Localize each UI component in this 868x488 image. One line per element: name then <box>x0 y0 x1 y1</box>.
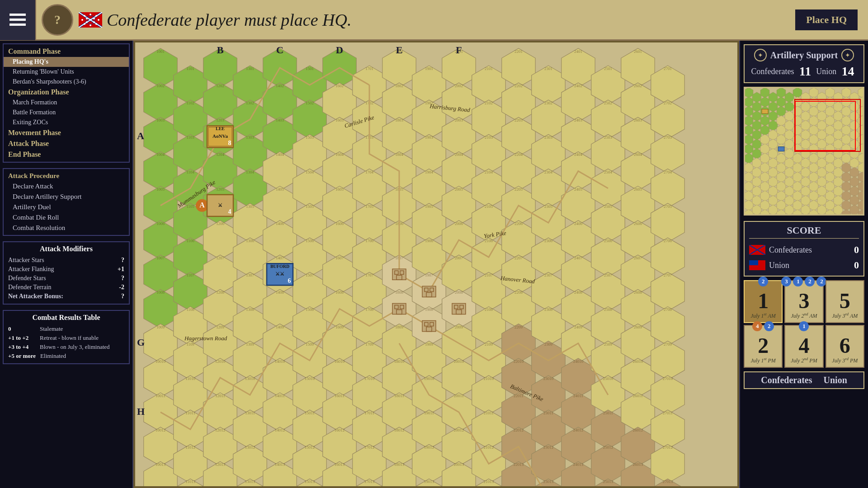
menu-button[interactable] <box>0 0 36 40</box>
turn-2am-label: July 2nd AM <box>789 312 819 319</box>
left-panel: Command Phase Placing HQ's Returning 'Bl… <box>0 41 133 488</box>
turn-circle-2c: 2 <box>764 321 774 331</box>
right-panel: ✦ Artillery Support ✦ Confederates 11 Un… <box>739 41 868 488</box>
map-canvas[interactable] <box>133 41 739 488</box>
svg-point-9 <box>95 23 97 25</box>
cr-blown-val: +3 to +4 <box>8 343 35 351</box>
organization-phase-header[interactable]: Organization Phase <box>4 87 129 98</box>
artillery-duel-item[interactable]: Artillery Duel <box>4 202 129 212</box>
attacker-stars-label: Attacker Stars <box>8 257 44 264</box>
svg-point-7 <box>90 14 91 15</box>
turn-circle-3: 3 <box>781 277 791 286</box>
turn-circle-2a: 2 <box>805 277 815 286</box>
score-panel: SCORE Confederates 0 Union 0 <box>744 221 864 277</box>
union-score-label: Union <box>749 260 854 270</box>
svg-point-13 <box>98 19 99 21</box>
defender-terrain-value: -2 <box>111 284 124 291</box>
place-hq-button[interactable]: Place HQ <box>794 8 859 32</box>
turn-grid: 2 1 July 1st AM 3 1 2 2 3 July 2nd AM 5 <box>744 280 864 368</box>
union-bottom-label: Union <box>824 375 847 385</box>
turn-cell-3am[interactable]: 5 July 3rd AM <box>826 280 864 323</box>
cr-stalemate-label: Stalemate <box>40 325 63 333</box>
command-phase-header[interactable]: Command Phase <box>4 46 129 57</box>
attack-procedure-header: Attack Procedure <box>4 171 129 181</box>
returning-blown-item[interactable]: Returning 'Blown' Units <box>4 67 129 77</box>
defender-terrain-label: Defender Terrain <box>8 284 52 291</box>
placing-hqs-item[interactable]: Placing HQ's <box>4 57 129 67</box>
net-attacker-bonus-value: ? <box>111 293 124 300</box>
defender-stars-value: ? <box>111 275 124 282</box>
defender-stars-row: Defender Stars ? <box>8 274 124 283</box>
compass-left-icon: ✦ <box>754 49 767 61</box>
svg-point-16 <box>86 21 88 23</box>
phase-list: Command Phase Placing HQ's Returning 'Bl… <box>3 43 130 163</box>
turn-cell-3pm[interactable]: 6 July 3rd PM <box>826 325 864 368</box>
attacker-stars-row: Attacker Stars ? <box>8 256 124 265</box>
map-area[interactable] <box>133 41 739 488</box>
mini-map-canvas[interactable] <box>745 88 863 214</box>
cr-blown-label: Blown - on July 3, eliminated <box>40 343 110 351</box>
svg-point-15 <box>93 18 95 19</box>
union-art-value: 14 <box>841 64 854 79</box>
hamburger-icon <box>9 14 26 26</box>
turn-cell-1pm[interactable]: 4 2 2 July 1st PM <box>744 325 783 368</box>
cr-eliminated-val: +5 or more <box>8 352 36 360</box>
confederates-score-label: Confederates <box>749 245 854 255</box>
main-layout: Command Phase Placing HQ's Returning 'Bl… <box>0 41 868 488</box>
turn-circle-2: 2 <box>758 277 768 286</box>
turn-circle-1b: 1 <box>799 321 809 331</box>
attacker-flanking-row: Attacker Flanking +1 <box>8 265 124 274</box>
artillery-header: ✦ Artillery Support ✦ <box>750 49 858 61</box>
artillery-support-panel: ✦ Artillery Support ✦ Confederates 11 Un… <box>744 44 864 83</box>
berdans-item[interactable]: Berdan's Sharpshooters (3-6) <box>4 77 129 87</box>
cr-eliminated-row: +5 or more Eliminated <box>8 352 124 361</box>
net-attacker-bonus-row: Net Attacker Bonus: ? <box>8 292 124 301</box>
march-formation-item[interactable]: March Formation <box>4 98 129 108</box>
combat-resolution-item[interactable]: Combat Resolution <box>4 223 129 233</box>
end-phase-header[interactable]: End Phase <box>4 149 129 160</box>
turn-3am-label: July 3rd AM <box>830 312 860 319</box>
union-score-row: Union 0 <box>749 258 859 273</box>
turn-circle-1a: 1 <box>793 277 803 286</box>
declare-artillery-support-item[interactable]: Declare Artillery Support <box>4 192 129 202</box>
confederates-art-label: Confederates <box>751 67 794 76</box>
net-attacker-bonus-label: Net Attacker Bonus: <box>8 293 63 300</box>
svg-point-8 <box>95 15 97 17</box>
confederates-score-row: Confederates 0 <box>749 242 859 258</box>
confederates-flag-icon <box>749 245 765 255</box>
attack-modifiers-panel: Attack Modifiers Attacker Stars ? Attack… <box>3 241 130 305</box>
defender-stars-label: Defender Stars <box>8 275 46 282</box>
turn-cell-1am[interactable]: 2 1 July 1st AM <box>744 280 783 323</box>
union-score-value: 0 <box>854 259 859 271</box>
svg-point-12 <box>81 19 83 21</box>
movement-phase-header[interactable]: Movement Phase <box>4 127 129 138</box>
turn-2pm-number: 4 <box>789 335 819 357</box>
artillery-title: Artillery Support <box>770 50 838 61</box>
union-art-label: Union <box>816 67 836 76</box>
turn-2pm-label: July 2nd PM <box>789 357 819 364</box>
attack-procedure-list: Attack Procedure Declare Attack Declare … <box>3 168 130 236</box>
attack-phase-header[interactable]: Attack Phase <box>4 138 129 149</box>
help-button[interactable]: ? <box>42 4 73 36</box>
turn-3pm-number: 6 <box>830 335 860 357</box>
declare-attack-item[interactable]: Declare Attack <box>4 181 129 192</box>
combat-die-roll-item[interactable]: Combat Die Roll <box>4 212 129 223</box>
cr-retreat-row: +1 to +2 Retreat - blown if unable <box>8 333 124 343</box>
turn-1pm-label: July 1st PM <box>748 357 778 364</box>
score-title: SCORE <box>749 225 859 239</box>
turn-cell-2am[interactable]: 3 1 2 2 3 July 2nd AM <box>784 280 823 323</box>
turn-3pm-label: July 3rd PM <box>830 357 860 364</box>
confederates-score-value: 0 <box>854 244 859 256</box>
combat-results-panel: Combat Results Table 0 Stalemate +1 to +… <box>3 310 130 364</box>
cr-stalemate-row: 0 Stalemate <box>8 324 124 333</box>
score-bottom-label: Confederates Union <box>744 371 864 389</box>
svg-point-10 <box>90 24 91 26</box>
exiting-zocs-item[interactable]: Exiting ZOCs <box>4 117 129 127</box>
battle-formation-item[interactable]: Battle Formation <box>4 108 129 117</box>
attack-modifiers-title: Attack Modifiers <box>8 245 124 253</box>
turn-cell-2pm[interactable]: 1 4 July 2nd PM <box>784 325 823 368</box>
mini-map[interactable] <box>744 87 864 216</box>
compass-right-icon: ✦ <box>841 49 854 61</box>
confederate-flag-icon <box>79 12 102 28</box>
attacker-stars-value: ? <box>111 257 124 264</box>
